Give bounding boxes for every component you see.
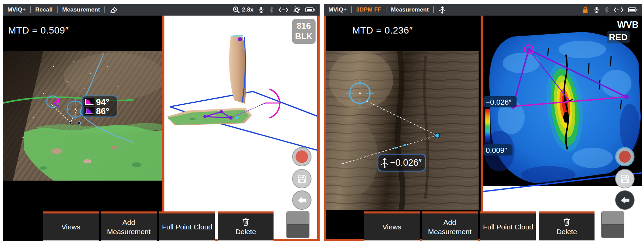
battery-icon bbox=[305, 7, 315, 13]
back-arrow-icon bbox=[297, 195, 307, 206]
back-arrow-icon bbox=[620, 195, 630, 206]
joystick-toggle[interactable] bbox=[601, 211, 624, 238]
measurement-point[interactable] bbox=[78, 122, 81, 124]
bluetooth-icon bbox=[604, 6, 609, 13]
toggle-bottom[interactable] bbox=[602, 225, 624, 238]
menu-recall[interactable]: Recall bbox=[35, 6, 53, 13]
lock-icon bbox=[582, 6, 589, 14]
brand-label: MViQ+ bbox=[7, 6, 26, 13]
trash-icon bbox=[562, 217, 571, 226]
views-button[interactable]: Views bbox=[43, 211, 99, 240]
add-measurement-button[interactable]: Add Measurement bbox=[422, 211, 478, 240]
scale-reference-badge: 816 BLK bbox=[292, 19, 316, 44]
microphone-icon bbox=[593, 6, 600, 14]
vertex-marker[interactable] bbox=[238, 37, 242, 41]
save-button[interactable] bbox=[292, 169, 311, 188]
back-button[interactable] bbox=[615, 190, 635, 210]
save-button[interactable] bbox=[615, 169, 635, 188]
views-button[interactable]: Views bbox=[364, 211, 420, 240]
bluetooth-icon bbox=[269, 6, 274, 13]
menu-measurement[interactable]: Measurement bbox=[62, 6, 100, 13]
pane-divider bbox=[162, 16, 164, 241]
pane-border-left bbox=[324, 16, 326, 241]
depth-map-pane[interactable]: WVB RED −0.026″ 0.009″ bbox=[481, 16, 642, 241]
angle-value-top: 94° bbox=[96, 97, 109, 107]
delete-button[interactable]: Delete bbox=[218, 211, 274, 240]
separator bbox=[104, 6, 105, 13]
depth-result-pill[interactable]: −0.026″ bbox=[378, 154, 425, 171]
angle-result-box[interactable]: 94° 86° bbox=[82, 96, 117, 117]
back-button[interactable] bbox=[292, 190, 311, 210]
screen-right-mviq: MViQ+ 3DPM FF Measurement bbox=[324, 4, 642, 241]
pane-border-right bbox=[317, 16, 320, 241]
views-label: Views bbox=[366, 222, 418, 231]
separator bbox=[30, 6, 31, 13]
live-image-pane[interactable]: −0.026″ bbox=[324, 16, 481, 241]
record-icon bbox=[296, 150, 308, 163]
camera-scene: 94° 86° bbox=[3, 16, 162, 241]
badge-unit: BLK bbox=[295, 31, 313, 42]
full-point-cloud-button[interactable]: Full Point Cloud bbox=[159, 211, 215, 240]
mtd-readout: MTD = 0.236″ bbox=[352, 25, 413, 36]
zoom-level-label: 2.8x bbox=[242, 6, 254, 13]
floppy-icon bbox=[297, 174, 307, 184]
separator bbox=[351, 6, 352, 13]
comm-arrows-icon bbox=[613, 7, 624, 13]
microphone-icon bbox=[258, 6, 265, 14]
top-status-bar: MViQ+ Recall Measurement bbox=[3, 4, 320, 16]
add-measurement-label: Add Measurement bbox=[424, 218, 476, 236]
cursor-plane-icon[interactable] bbox=[438, 6, 446, 14]
floppy-icon bbox=[620, 174, 630, 184]
toggle-top[interactable] bbox=[287, 212, 309, 225]
record-icon bbox=[619, 151, 631, 163]
views-label: Views bbox=[45, 222, 97, 231]
toggle-bottom[interactable] bbox=[287, 225, 309, 238]
top-status-bar: MViQ+ 3DPM FF Measurement bbox=[324, 4, 642, 16]
measurement-point[interactable] bbox=[69, 121, 72, 124]
range-mode-label[interactable]: RED bbox=[609, 32, 628, 42]
pane-divider bbox=[481, 16, 483, 241]
record-button[interactable] bbox=[615, 147, 635, 166]
zoom-magnifier-icon[interactable] bbox=[233, 6, 240, 14]
eraser-icon[interactable] bbox=[109, 6, 118, 14]
toggle-top[interactable] bbox=[602, 212, 624, 225]
joystick-toggle[interactable] bbox=[286, 211, 309, 238]
camera-scene: −0.026″ bbox=[324, 16, 481, 241]
add-measurement-button[interactable]: Add Measurement bbox=[101, 211, 157, 240]
angle-value-bottom: 86° bbox=[96, 106, 109, 116]
dual-mviq-screens: MViQ+ Recall Measurement bbox=[0, 0, 644, 246]
color-scale-bar bbox=[485, 109, 490, 143]
live-image-pane[interactable]: 94° 86° bbox=[3, 16, 162, 241]
delete-label: Delete bbox=[220, 227, 271, 236]
badge-value: 816 bbox=[295, 21, 313, 31]
menu-3dpm-ff[interactable]: 3DPM FF bbox=[356, 6, 381, 13]
separator bbox=[386, 6, 386, 13]
mtd-readout: MTD = 0.509″ bbox=[8, 25, 69, 36]
trash-icon bbox=[241, 217, 250, 226]
add-measurement-label: Add Measurement bbox=[103, 218, 155, 236]
delete-label: Delete bbox=[541, 227, 592, 236]
measurement-point-active[interactable] bbox=[435, 133, 440, 138]
scale-max-label: −0.026″ bbox=[486, 98, 511, 106]
full-point-cloud-button[interactable]: Full Point Cloud bbox=[480, 211, 536, 240]
view-label: WVB bbox=[617, 20, 639, 30]
separator bbox=[433, 6, 434, 13]
delete-button[interactable]: Delete bbox=[539, 211, 595, 240]
point-cloud-pane[interactable]: 816 BLK bbox=[162, 16, 320, 241]
3d-orbit-icon bbox=[293, 6, 301, 14]
separator bbox=[57, 6, 58, 13]
full-point-cloud-label: Full Point Cloud bbox=[161, 222, 213, 231]
battery-icon bbox=[628, 7, 638, 13]
menu-measurement[interactable]: Measurement bbox=[391, 6, 429, 13]
screen-left-mviq: MViQ+ Recall Measurement bbox=[3, 4, 320, 241]
scale-min-label: 0.009″ bbox=[486, 146, 507, 155]
brand-label: MViQ+ bbox=[328, 6, 347, 13]
depth-value: −0.026″ bbox=[390, 158, 422, 168]
measurement-point[interactable] bbox=[394, 146, 397, 149]
depth-map-scene: WVB RED −0.026″ 0.009″ bbox=[481, 16, 642, 241]
record-button[interactable] bbox=[292, 147, 311, 166]
measurement-point[interactable] bbox=[404, 144, 406, 146]
green-surface-mask bbox=[24, 125, 162, 181]
full-point-cloud-label: Full Point Cloud bbox=[482, 222, 534, 231]
comm-arrows-icon bbox=[278, 7, 288, 13]
